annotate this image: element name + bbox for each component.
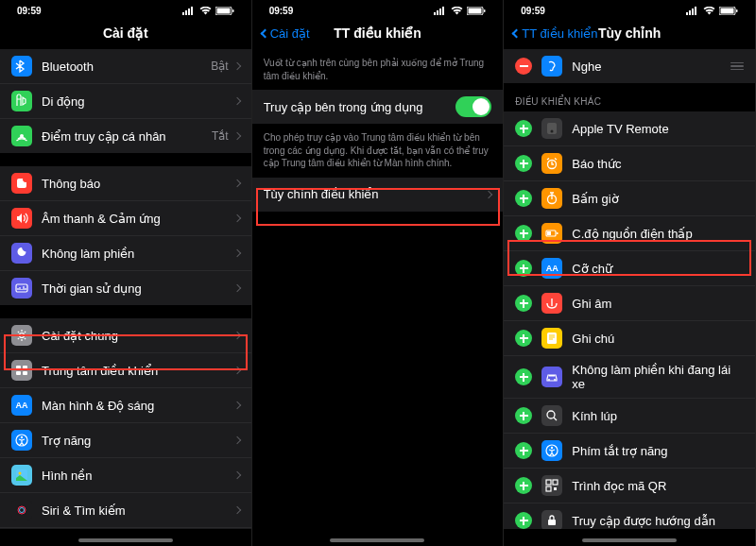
row-h-nh-n-n[interactable]: Hình nền (0, 458, 251, 493)
row-nghe[interactable]: Nghe (504, 49, 755, 83)
add-button[interactable] (515, 225, 532, 242)
row-tr-nh-c-m-qr[interactable]: Trình đọc mã QR (504, 469, 755, 503)
back-button[interactable]: Cài đặt (262, 26, 310, 41)
row-label: Truy cập bên trong ứng dụng (264, 100, 456, 114)
chevron-right-icon (232, 62, 240, 70)
back-button[interactable]: TT điều khiển (513, 26, 597, 41)
chevron-right-icon (232, 471, 240, 479)
row-i-m-truy-c-p-c-nh-n[interactable]: Điểm truy cập cá nhânTắt (0, 119, 251, 153)
notif-icon (11, 173, 32, 194)
row-th-ng-b-o[interactable]: Thông báo (0, 166, 251, 201)
battery-icon (719, 7, 738, 15)
add-button[interactable] (515, 295, 532, 312)
lock-icon (541, 510, 562, 529)
home-indicator (330, 538, 424, 542)
svg-rect-5 (216, 8, 230, 13)
svg-rect-2 (188, 9, 190, 15)
ear-icon (541, 56, 562, 77)
row-label: Trung tâm điều khiển (42, 364, 234, 378)
row-b-m-gi[interactable]: Bấm giờ (504, 181, 755, 216)
screentime-icon (11, 278, 32, 299)
row-th-i-gian-s-d-ng[interactable]: Thời gian sử dụng (0, 271, 251, 305)
battery-icon (215, 7, 234, 15)
row-apple-tv-remote[interactable]: Apple TV Remote (504, 111, 755, 146)
svg-rect-38 (720, 8, 733, 13)
wifi-icon (199, 7, 212, 15)
row-label: Truy cập được hướng dẫn (572, 514, 744, 528)
row-c-ch[interactable]: AACỡ chữ (504, 251, 755, 286)
add-button[interactable] (515, 190, 532, 207)
row-m-n-h-nh-s-ng[interactable]: AAMàn hình & Độ sáng (0, 388, 251, 423)
svg-point-19 (19, 472, 22, 475)
row-label: Ghi âm (572, 297, 744, 311)
add-button[interactable] (515, 330, 532, 347)
row-kh-ng-l-m-phi-n[interactable]: Không làm phiền (0, 236, 251, 271)
add-button[interactable] (515, 407, 532, 424)
row-c-i-t-chung[interactable]: Cài đặt chung (0, 318, 251, 353)
add-button[interactable] (515, 155, 532, 172)
svg-rect-27 (437, 10, 438, 15)
row-siri-t-m-ki-m[interactable]: Siri & Tìm kiếm (0, 493, 251, 528)
chevron-right-icon (232, 506, 240, 514)
home-indicator (582, 538, 677, 542)
row-truy-c-p-c-h-ng-d-n[interactable]: Truy cập được hướng dẫn (504, 503, 755, 529)
reorder-grip[interactable] (730, 62, 744, 71)
row-customize-controls[interactable]: Tùy chỉnh điều khiển (252, 178, 504, 212)
sound-icon (11, 208, 32, 229)
tv-icon (541, 118, 562, 139)
wifi-icon (703, 7, 715, 15)
row-tr-n-ng[interactable]: Trợ năng (0, 423, 251, 458)
page-title: Cài đặt (103, 26, 148, 41)
svg-rect-26 (434, 12, 436, 15)
row-ghi-m[interactable]: Ghi âm (504, 286, 755, 321)
remove-button[interactable] (515, 58, 532, 75)
chevron-right-icon (485, 190, 492, 197)
row-bluetooth[interactable]: BluetoothBật (0, 49, 251, 84)
phone-customize: 09:59 TT điều khiển Tùy chỉnh Nghe ĐIỀU … (504, 0, 756, 546)
row-trung-t-m-i-u-khi-n[interactable]: Trung tâm điều khiển (0, 353, 251, 388)
switch-access-in-apps[interactable] (455, 96, 491, 117)
row-ghi-ch[interactable]: Ghi chú (504, 321, 755, 356)
AA-icon: AA (11, 395, 32, 416)
row-c-ngu-n-i-n-th-p[interactable]: C.độ nguồn điện thấp (504, 216, 755, 251)
row-face-id-m-t-m[interactable]: Face ID & Mật mã (0, 528, 251, 529)
mag-icon (541, 405, 562, 426)
row-ph-m-t-t-tr-n-ng[interactable]: Phím tắt trợ năng (504, 434, 755, 469)
add-button[interactable] (515, 477, 532, 494)
status-time: 09:59 (269, 6, 294, 16)
row-access-in-apps[interactable]: Truy cập bên trong ứng dụng (252, 90, 504, 124)
status-indicators (182, 7, 234, 15)
page-title: Tùy chỉnh (598, 26, 661, 41)
add-button[interactable] (515, 442, 532, 459)
row-label: Tùy chỉnh điều khiển (264, 187, 487, 201)
row-m-thanh-c-m-ng[interactable]: Âm thanh & Cảm ứng (0, 201, 251, 236)
row-label: Báo thức (572, 157, 744, 171)
svg-rect-15 (23, 371, 27, 375)
description-swipe: Vuốt từ cạnh trên cùng bên phải xuống để… (252, 49, 504, 90)
row-label: Hình nền (42, 469, 234, 483)
gear-icon (11, 325, 32, 346)
svg-point-41 (551, 130, 554, 133)
row-label: Cài đặt chung (42, 329, 234, 343)
add-button[interactable] (515, 120, 532, 137)
nav-bar: Cài đặt TT điều khiển (252, 17, 504, 49)
wifi-icon (451, 7, 463, 15)
nav-bar: Cài đặt (0, 17, 251, 49)
add-button[interactable] (515, 368, 532, 385)
svg-rect-53 (546, 480, 551, 485)
row-di-ng[interactable]: Di động (0, 84, 251, 119)
add-button[interactable] (515, 512, 532, 529)
add-button[interactable] (515, 260, 532, 277)
chevron-right-icon (232, 214, 240, 222)
row-kh-ng-l-m-phi-n-khi-ang-l-i-xe[interactable]: Không làm phiền khi đang lái xe (504, 356, 755, 399)
stopwatch-icon (541, 188, 562, 209)
chevron-right-icon (232, 132, 240, 140)
row-label: Di động (42, 94, 234, 109)
row-k-nh-l-p[interactable]: Kính lúp (504, 399, 755, 434)
row-b-o-th-c[interactable]: Báo thức (504, 146, 755, 181)
row-label: Phím tắt trợ năng (572, 444, 744, 458)
svg-rect-29 (442, 7, 444, 15)
row-label: Nghe (572, 60, 730, 74)
signal-icon (434, 7, 447, 15)
row-label: Thời gian sử dụng (42, 282, 234, 296)
